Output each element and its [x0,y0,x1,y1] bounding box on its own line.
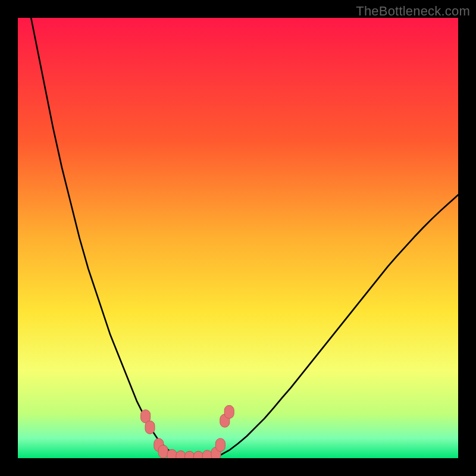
curve-marker [176,451,186,458]
curve-marker [158,445,168,458]
curve-marker [167,449,177,458]
plot-svg [18,18,458,458]
curve-marker [193,451,203,458]
plot-area [18,18,458,458]
curve-marker [202,450,212,458]
watermark-text: TheBottleneck.com [356,4,470,19]
gradient-background [18,18,458,458]
curve-marker [185,451,195,458]
curve-marker [145,421,155,434]
curve-marker [224,405,234,418]
curve-marker [215,439,225,452]
chart-stage: TheBottleneck.com [0,0,476,476]
